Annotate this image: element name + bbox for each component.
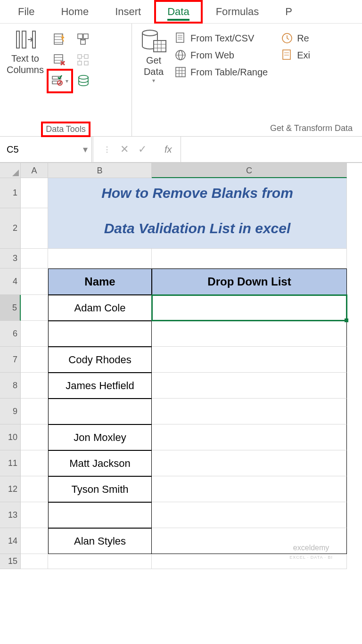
data-validation-button[interactable]: ▾ [49,72,70,90]
cell-A3[interactable] [21,249,48,269]
cell-A14[interactable] [21,528,48,554]
cell-C9[interactable] [152,399,347,424]
row-header-13[interactable]: 13 [0,502,21,528]
row-header-15[interactable]: 15 [0,554,21,569]
name-cell-13[interactable] [48,502,152,528]
header-ddl[interactable]: Drop Down List [152,269,347,295]
tab-data[interactable]: Data [154,0,202,24]
row-header-1[interactable]: 1 [0,178,21,208]
row-header-6[interactable]: 6 [0,321,21,347]
svg-point-23 [79,75,88,79]
existing-connections-button[interactable]: Exi [281,49,310,61]
row-header-3[interactable]: 3 [0,249,21,269]
name-cell-7[interactable]: Cody Rhodes [48,347,152,373]
data-model-button[interactable] [73,72,94,90]
row-header-10[interactable]: 10 [0,424,21,450]
ribbon: Text to Columns [0,24,362,137]
name-cell-9[interactable] [48,399,152,424]
cell-B3[interactable] [48,249,152,269]
cancel-icon[interactable]: ✕ [120,143,129,155]
name-cell-5[interactable]: Adam Cole [48,295,152,321]
header-name[interactable]: Name [48,269,152,295]
cell-A1[interactable] [21,178,48,208]
svg-point-24 [142,30,157,36]
name-cell-12[interactable]: Tyson Smith [48,476,152,502]
row-header-12[interactable]: 12 [0,476,21,502]
tab-more[interactable]: P [272,0,305,24]
from-web-label: From Web [190,50,234,61]
get-data-button[interactable]: Get Data ▾ [137,26,171,86]
from-table-range-button[interactable]: From Table/Range [174,66,268,78]
cell-A10[interactable] [21,424,48,450]
tab-insert[interactable]: Insert [102,0,154,24]
cell-C7[interactable] [152,347,347,373]
row-header-5[interactable]: 5 [0,295,21,321]
consolidate-button[interactable] [73,30,94,49]
cell-A5[interactable] [21,295,48,321]
cell-A8[interactable] [21,373,48,399]
cell-A7[interactable] [21,347,48,373]
svg-rect-43 [283,50,290,59]
existing-icon [281,49,293,61]
tab-home[interactable]: Home [48,0,102,24]
svg-rect-3 [54,34,63,44]
from-text-csv-button[interactable]: From Text/CSV [174,32,268,44]
relationships-icon [77,54,90,67]
dropdown-cell-C5[interactable] [152,295,347,321]
row-header-11[interactable]: 11 [0,450,21,476]
flash-fill-button[interactable] [49,30,70,49]
name-cell-10[interactable]: Jon Moxley [48,424,152,450]
col-header-C[interactable]: C [152,163,347,178]
data-validation-icon [51,74,65,88]
row-header-14[interactable]: 14 [0,528,21,554]
from-web-button[interactable]: From Web [174,49,268,61]
col-header-A[interactable]: A [21,163,48,178]
cell-C10[interactable] [152,424,347,450]
cell-C3[interactable] [152,249,347,269]
cell-A12[interactable] [21,476,48,502]
row-header-9[interactable]: 9 [0,399,21,424]
name-cell-11[interactable]: Matt Jackson [48,450,152,476]
row-header-8[interactable]: 8 [0,373,21,399]
enter-icon[interactable]: ✓ [138,143,147,155]
name-cell-6[interactable] [48,321,152,347]
cell-A2[interactable] [21,208,48,249]
fx-label[interactable]: fx [156,137,181,162]
cell-A6[interactable] [21,321,48,347]
name-box-value: C5 [7,144,19,155]
cell-C8[interactable] [152,373,347,399]
cell-C11[interactable] [152,450,347,476]
cell-B15[interactable] [48,554,152,569]
select-all-corner[interactable] [0,163,21,178]
cell-A9[interactable] [21,399,48,424]
svg-rect-0 [16,31,19,48]
name-cell-14[interactable]: Alan Styles [48,528,152,554]
watermark: exceldemy EXCEL · DATA · BI [289,544,333,560]
tab-formulas[interactable]: Formulas [203,0,272,24]
cell-C13[interactable] [152,502,347,528]
text-to-columns-button[interactable]: Text to Columns [5,26,46,77]
title-line2[interactable]: Data Validation List in excel [48,208,347,249]
name-cell-8[interactable]: James Hetfield [48,373,152,399]
tab-file[interactable]: File [5,0,48,24]
name-box[interactable]: C5 ▾ [0,137,92,162]
cell-A4[interactable] [21,269,48,295]
web-icon [174,49,187,61]
cell-A13[interactable] [21,502,48,528]
cells-grid[interactable]: How to Remove Blanks fromData Validation… [21,178,347,569]
cell-C6[interactable] [152,321,347,347]
remove-duplicates-button[interactable] [49,51,70,70]
svg-rect-13 [78,55,82,58]
cell-A11[interactable] [21,450,48,476]
row-header-4[interactable]: 4 [0,269,21,295]
name-box-dropdown-icon[interactable]: ▾ [83,144,88,155]
cell-C12[interactable] [152,476,347,502]
formula-input[interactable] [181,137,362,162]
title-line1[interactable]: How to Remove Blanks from [48,178,347,208]
row-header-2[interactable]: 2 [0,208,21,249]
row-header-7[interactable]: 7 [0,347,21,373]
relationships-button[interactable] [73,51,94,70]
cell-A15[interactable] [21,554,48,569]
recent-sources-button[interactable]: Re [281,32,310,44]
col-header-B[interactable]: B [48,163,152,178]
